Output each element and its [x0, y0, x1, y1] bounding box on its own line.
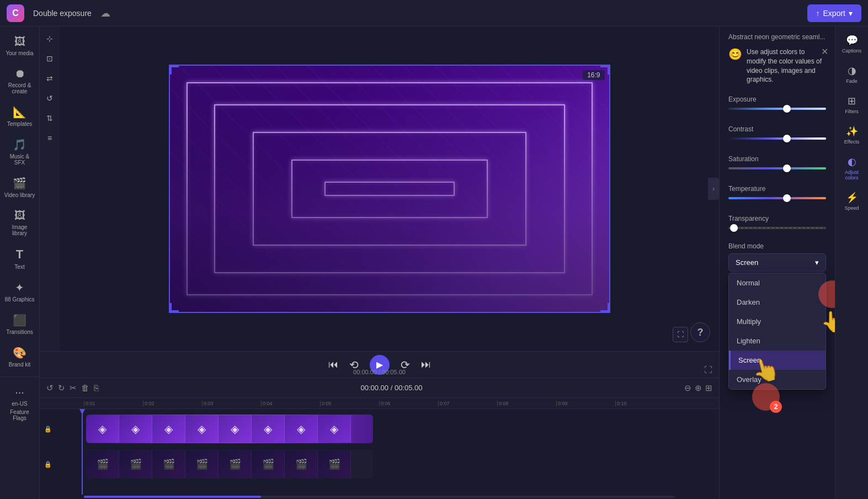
exposure-slider[interactable]: [728, 108, 826, 110]
track-content-1[interactable]: ◈ ◈ ◈ ◈ ◈ ◈ ◈ ◈: [86, 415, 715, 443]
track-lock-icon-2: 🔒: [44, 461, 52, 468]
sidebar-label-record-create: Record & create: [4, 82, 35, 94]
neon-track-clip[interactable]: ◈ ◈ ◈ ◈ ◈ ◈ ◈ ◈: [86, 415, 373, 443]
adjust-colors-icon: ◐: [848, 156, 856, 168]
sidebar-item-image-library[interactable]: 🖼 Image library: [2, 205, 38, 241]
flip-h-tool-button[interactable]: ⇄: [42, 71, 57, 86]
resize-handle-br[interactable]: [600, 303, 609, 312]
adjust-panel: Abstract neon geometric seaml... 😊 Use a…: [719, 26, 835, 499]
playhead[interactable]: [82, 409, 83, 495]
fit-button[interactable]: ⊞: [705, 383, 712, 393]
contrast-thumb[interactable]: [783, 135, 791, 142]
filters-label: Filters: [845, 109, 859, 114]
blend-options-dropdown: Normal Darken Multiply Lighten Screen Ov…: [728, 273, 826, 390]
sidebar-label-video-library: Video library: [4, 192, 35, 198]
sidebar-item-your-media[interactable]: 🖼 Your media: [2, 31, 38, 61]
track-label-1: 🔒: [44, 426, 82, 433]
sidebar-item-music-sfx[interactable]: 🎵 Music & SFX: [2, 134, 38, 170]
transparency-slider[interactable]: [728, 227, 826, 229]
adjust-colors-tool[interactable]: ◐ Adjust colors: [838, 152, 866, 184]
blend-option-lighten[interactable]: Lighten: [729, 331, 826, 351]
panel-close-button[interactable]: ✕: [821, 46, 828, 57]
scroll-thumb[interactable]: [84, 496, 261, 498]
ruler-mark: 0:09: [556, 401, 615, 406]
temperature-label: Temperature: [728, 185, 826, 193]
track-label-2: 🔒: [44, 461, 82, 468]
sidebar-item-text[interactable]: T Text: [2, 243, 38, 274]
canvas-expand-icon[interactable]: ⛶: [704, 365, 712, 374]
contrast-slider[interactable]: [728, 137, 826, 140]
sidebar-item-video-library[interactable]: 🎬 Video library: [2, 172, 38, 203]
undo-button[interactable]: ↺: [46, 383, 54, 393]
select-tool-button[interactable]: ⊹: [42, 31, 57, 46]
blend-option-overlay[interactable]: Overlay: [729, 370, 826, 389]
transparency-thumb[interactable]: [730, 224, 738, 232]
captions-label: Captions: [842, 48, 862, 54]
saturation-slider[interactable]: [728, 167, 826, 169]
zoom-in-button[interactable]: ⊕: [695, 383, 702, 393]
align-tool-button[interactable]: ≡: [42, 130, 57, 146]
effects-tool[interactable]: ✨ Effects: [838, 122, 866, 148]
fade-tool[interactable]: ◑ Fade: [838, 61, 866, 87]
track-content-2[interactable]: 🎬 🎬 🎬 🎬 🎬 🎬 🎬 🎬: [86, 450, 715, 479]
blend-option-darken[interactable]: Darken: [729, 293, 826, 312]
cut-button[interactable]: ✂: [70, 383, 77, 393]
sidebar-item-graphics[interactable]: ✦ 88 Graphics: [2, 277, 38, 307]
skip-forward-button[interactable]: ⏭: [421, 359, 431, 370]
blend-mode-dropdown[interactable]: Screen ▾: [728, 253, 826, 272]
fade-icon: ◑: [848, 65, 856, 77]
captions-tool[interactable]: 💬 Captions: [838, 31, 866, 57]
export-icon: ↑: [816, 9, 820, 18]
blend-option-multiply[interactable]: Multiply: [729, 312, 826, 331]
app-logo: C: [7, 4, 24, 22]
resize-handle-bl[interactable]: [170, 303, 179, 312]
ruler-mark: 0:04: [261, 401, 320, 406]
redo-button[interactable]: ↻: [58, 383, 65, 393]
person-overlay: [170, 66, 609, 312]
delete-button[interactable]: 🗑: [81, 383, 89, 392]
playback-bar: ⏮ ⟲ ▶ ⟳ ⏭ 00:00.00 / 00:05.00 ⛶: [40, 351, 719, 378]
resize-handle-tl[interactable]: [170, 66, 179, 75]
saturation-section: Saturation: [720, 148, 835, 178]
blend-option-screen[interactable]: Screen: [729, 351, 826, 370]
blend-option-normal[interactable]: Normal: [729, 273, 826, 293]
duplicate-button[interactable]: ⎘: [94, 383, 99, 392]
sidebar-item-brand-kit[interactable]: 🎨 Brand kit: [2, 342, 38, 372]
ruler-mark: 0:02: [143, 401, 202, 406]
speed-tool[interactable]: ⚡ Speed: [838, 188, 866, 214]
filters-icon: ⊞: [848, 95, 856, 107]
ruler-mark: 0:03: [202, 401, 261, 406]
ruler-mark: 0:01: [84, 401, 143, 406]
help-button[interactable]: ?: [690, 322, 710, 342]
panel-header: 😊 Use adjust colors to modify the color …: [720, 41, 835, 89]
video-canvas: 16:9 ? ⛶ ›: [60, 26, 719, 351]
temperature-slider[interactable]: [728, 197, 826, 199]
flip-v-tool-button[interactable]: ⇅: [42, 110, 57, 126]
panel-file-title: Abstract neon geometric seaml...: [720, 26, 835, 41]
track-thumb: ◈: [252, 415, 285, 443]
saturation-thumb[interactable]: [783, 164, 791, 172]
expand-canvas-button[interactable]: ⛶: [673, 327, 688, 342]
filters-tool[interactable]: ⊞ Filters: [838, 92, 866, 118]
video-library-icon: 🎬: [13, 177, 26, 190]
crop-tool-button[interactable]: ⊡: [42, 51, 57, 66]
zoom-out-button[interactable]: ⊖: [684, 383, 691, 393]
exposure-thumb[interactable]: [783, 105, 791, 113]
templates-icon: 📐: [13, 105, 26, 119]
sidebar-item-transitions[interactable]: ⬛ Transitions: [2, 309, 38, 339]
sidebar-label-music: Music & SFX: [4, 153, 35, 166]
topbar: C Double exposure ☁ ↑ Export ▾: [0, 0, 868, 26]
sidebar-item-feature-flags[interactable]: ··· en-US Feature Flags: [2, 381, 38, 426]
graphics-icon: ✦: [15, 281, 24, 294]
temperature-thumb[interactable]: [783, 194, 791, 202]
sidebar-item-templates[interactable]: 📐 Templates: [2, 101, 38, 131]
sidebar-item-record-create[interactable]: ⏺ Record & create: [2, 63, 38, 99]
export-button[interactable]: ↑ Export ▾: [807, 4, 861, 22]
timeline-scrollbar[interactable]: [40, 495, 719, 499]
panel-hint-icon: 😊: [728, 47, 742, 61]
skip-back-button[interactable]: ⏮: [328, 359, 338, 370]
rotate-tool-button[interactable]: ↺: [42, 91, 57, 106]
ruler-mark: 0:08: [497, 401, 556, 406]
video-track-clip[interactable]: 🎬 🎬 🎬 🎬 🎬 🎬 🎬 🎬: [86, 450, 373, 479]
panel-collapse-button[interactable]: ›: [708, 178, 719, 200]
